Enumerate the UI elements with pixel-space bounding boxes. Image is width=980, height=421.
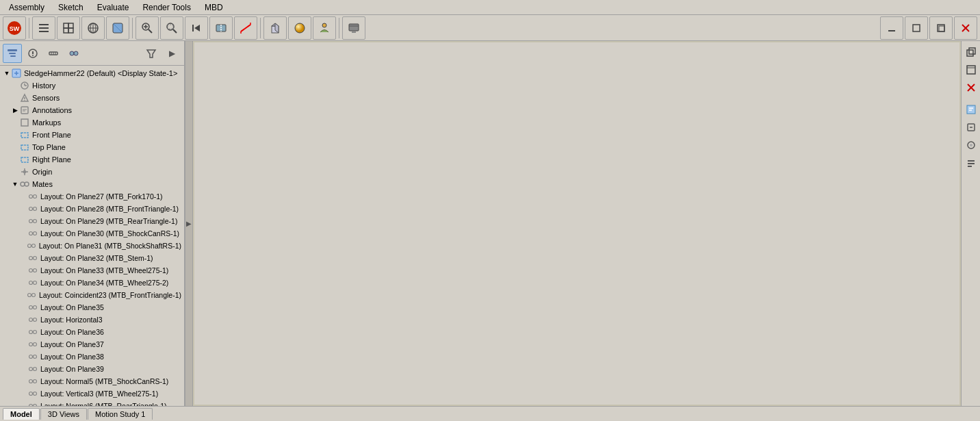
tree-arrow-annotations[interactable]: ▶ [11,106,19,114]
lt-btn-properties[interactable] [23,44,42,63]
toolbar-display-manager[interactable] [342,16,365,40]
svg-rect-73 [21,145,28,150]
toolbar-restore[interactable] [905,16,928,40]
toolbar-maximize[interactable] [929,16,953,40]
tab-motion-study-1[interactable]: Motion Study 1 [88,408,153,420]
lt-btn-config[interactable] [44,44,63,63]
svg-rect-46 [8,49,17,51]
svg-point-100 [29,318,33,322]
tree-item-right-plane[interactable]: ▶ Right Plane [0,153,184,166]
toolbar-list-view[interactable] [32,16,55,40]
lt-btn-collapse[interactable]: ▶ [162,44,181,63]
tree-item-origin[interactable]: ▶ Origin [0,166,184,178]
tree-item-history[interactable]: ▶ History [0,79,184,92]
rs-btn-restore[interactable] [963,44,979,60]
lt-btn-filter[interactable] [142,44,161,63]
tree-arrow-root[interactable]: ▼ [3,69,11,77]
svg-rect-21 [168,25,173,29]
tree-item-mate-9[interactable]: ▶ Layout: On Plane35 [0,301,184,314]
tree-label-mate-6: Layout: On Plane33 (MTB_Wheel275-1) [40,266,168,275]
tree-item-front-plane[interactable]: ▶ Front Plane [0,129,184,141]
svg-rect-183 [968,160,975,162]
menu-render-tools[interactable]: Render Tools [136,1,197,14]
tree-item-mate-2[interactable]: ▶ Layout: On Plane29 (MTB_RearTriangle-1… [0,215,184,227]
tree-item-mate-3[interactable]: ▶ Layout: On Plane30 (MTB_ShockCanRS-1) [0,227,184,240]
tree-label-mates: Mates [32,180,53,188]
tree-item-markups[interactable]: ▶ Markups [0,116,184,129]
svg-point-114 [29,405,33,407]
toolbar-solidworks-logo[interactable]: SW [3,16,26,40]
tree-label-mate-13: Layout: On Plane38 [40,353,104,361]
toolbar-close[interactable] [954,16,977,40]
tree-item-mate-15[interactable]: ▶ Layout: Normal5 (MTB_ShockCanRS-1) [0,375,184,387]
toolbar-zoom-area[interactable] [160,16,183,40]
tree-item-mate-5[interactable]: ▶ Layout: On Plane32 (MTB_Stem-1) [0,252,184,264]
tree-item-mate-11[interactable]: ▶ Layout: On Plane36 [0,326,184,338]
rs-btn-custom[interactable] [963,155,979,171]
svg-point-83 [34,207,37,211]
tree-icon-mate-15 [27,376,38,387]
svg-point-78 [21,182,25,186]
svg-line-16 [149,29,152,33]
toolbar-minimize[interactable] [880,16,903,40]
toolbar-area: SW [0,15,980,41]
tree-item-mate-6[interactable]: ▶ Layout: On Plane33 (MTB_Wheel275-1) [0,264,184,277]
tree-item-top-plane[interactable]: ▶ Top Plane [0,141,184,153]
tree-arrow-mates[interactable]: ▼ [11,180,19,188]
toolbar-previous-view[interactable] [185,16,208,40]
lt-btn-display-states[interactable] [64,44,83,63]
tree-item-root[interactable]: ▼ SledgeHammer22 (Default) <Display Stat… [0,67,184,79]
tree-item-mate-16[interactable]: ▶ Layout: Vertical3 (MTB_Wheel275-1) [0,387,184,400]
menu-assembly[interactable]: Assembly [3,1,51,14]
tree-item-mate-7[interactable]: ▶ Layout: On Plane34 (MTB_Wheel275-2) [0,277,184,289]
toolbar-scene[interactable] [313,16,336,40]
toolbar-orientation[interactable] [81,16,105,40]
lt-btn-model-tree[interactable] [3,44,22,63]
menu-sketch[interactable]: Sketch [52,1,90,14]
tree-label-top-plane: Top Plane [32,143,66,151]
svg-point-98 [29,306,33,309]
toolbar-display-style[interactable] [106,16,129,40]
rs-btn-settings[interactable] [963,101,979,118]
svg-rect-184 [968,163,975,164]
left-panel-toolbar: ▶ [0,41,184,66]
tree-item-mate-14[interactable]: ▶ Layout: On Plane39 [0,363,184,375]
tab-3d-views[interactable]: 3D Views [40,408,87,420]
tree-item-mates[interactable]: ▼ Mates [0,178,184,190]
tree-item-mate-0[interactable]: ▶ Layout: On Plane27 (MTB_Fork170-1) [0,190,184,203]
tree-icon-markups [19,117,30,128]
tree-item-sensors[interactable]: ▶ Sensors [0,92,184,104]
tree-item-annotations[interactable]: ▶ Annotations [0,104,184,116]
svg-point-113 [34,392,37,396]
toolbar-appearances[interactable] [288,16,311,40]
svg-point-97 [32,294,36,297]
tree-item-mate-17[interactable]: ▶ Layout: Normal6 (MTB_RearTriangle-1) [0,400,184,406]
tree-item-mate-8[interactable]: ▶ Layout: Coincident23 (MTB_FrontTriangl… [0,289,184,301]
svg-rect-48 [10,55,16,57]
toolbar-smart-dim[interactable] [234,16,257,40]
tree-label-mate-3: Layout: On Plane30 (MTB_ShockCanRS-1) [40,229,179,238]
rs-btn-appearance[interactable] [963,137,979,153]
menu-mbd[interactable]: MBD [198,1,229,14]
svg-point-88 [27,244,31,248]
toolbar-view-cube[interactable] [263,16,287,40]
rs-btn-close[interactable] [963,79,979,96]
toolbar-section-view[interactable] [209,16,233,40]
tree-icon-mates [19,179,30,190]
tree-item-mate-4[interactable]: ▶ Layout: On Plane31 (MTB_ShockShaftRS-1… [0,240,184,252]
collapse-handle[interactable]: ▶ [185,41,193,406]
svg-point-86 [29,232,33,235]
tree-icon-annotations [19,105,30,116]
tree-item-mate-10[interactable]: ▶ Layout: Horizontal3 [0,314,184,326]
tree-container[interactable]: ▼ SledgeHammer22 (Default) <Display Stat… [0,66,184,406]
rs-btn-tasks[interactable] [963,119,979,136]
toolbar-zoom-to-fit[interactable] [136,16,159,40]
menu-evaluate[interactable]: Evaluate [91,1,136,14]
tree-item-mate-12[interactable]: ▶ Layout: On Plane37 [0,338,184,350]
tree-item-mate-1[interactable]: ▶ Layout: On Plane28 (MTB_FrontTriangle-… [0,203,184,215]
tree-item-mate-13[interactable]: ▶ Layout: On Plane38 [0,350,184,363]
tab-model[interactable]: Model [3,408,40,420]
rs-btn-maximize[interactable] [963,62,979,78]
tree-label-markups: Markups [32,118,61,127]
toolbar-part-view[interactable] [57,16,80,40]
